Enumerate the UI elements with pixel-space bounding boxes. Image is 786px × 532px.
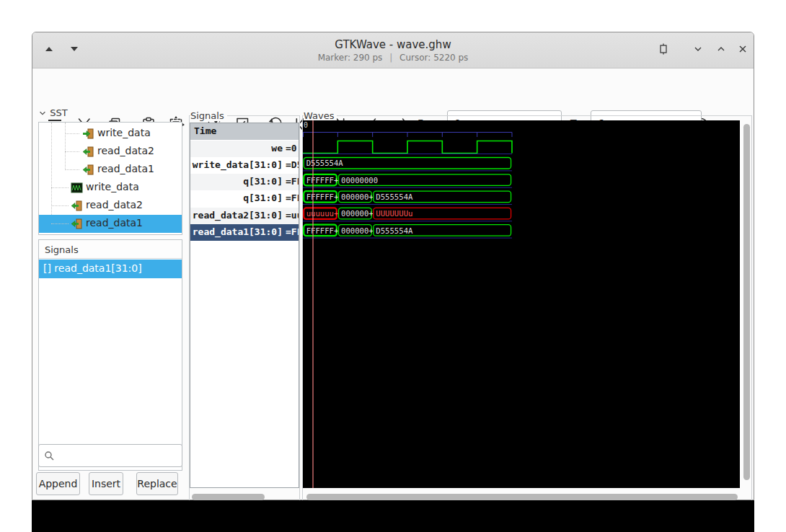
desktop-background	[32, 500, 754, 532]
tree-guide-stub	[51, 205, 69, 206]
waves-vscrollbar[interactable]	[743, 124, 750, 480]
maximize-button[interactable]	[715, 43, 728, 56]
svg-text:FFFFFF+: FFFFFF+	[306, 176, 339, 185]
search-input[interactable]	[58, 445, 180, 466]
svg-text:D555554A: D555554A	[376, 226, 413, 235]
marker-status: Marker: 290 ps	[318, 53, 383, 63]
signal-value: =uuuuuuuu	[286, 208, 299, 224]
signal-search-panel: Signals [] read_data1[31:0]	[38, 239, 182, 471]
tree-guide-stub	[51, 223, 69, 224]
insert-button[interactable]: Insert	[89, 472, 123, 495]
signal-row-write_data[31:0][interactable]: write_data[31:0]=D555554A	[190, 157, 299, 174]
svg-text:FFFFFF+: FFFFFF+	[306, 226, 339, 235]
search-icon	[44, 451, 55, 461]
sst-item-write_data[interactable]: write_data	[39, 179, 182, 197]
toolbar: From: To:	[32, 68, 754, 107]
signal-row-read_data1[31:0][interactable]: read_data1[31:0]=FFFFFFFF	[190, 224, 299, 241]
port-out-icon	[82, 164, 94, 176]
gtkwave-window: GTKWave - wave.ghw Marker: 290 ps | Curs…	[32, 32, 754, 500]
wave-canvas[interactable]: 0D555554AFFFFFF+00000000FFFFFF+000000+D5…	[303, 120, 740, 488]
sst-item-write_data[interactable]: write_data	[39, 125, 182, 143]
svg-text:D555554A: D555554A	[376, 192, 413, 201]
signals-hscrollbar[interactable]	[192, 494, 265, 500]
signal-name: we	[190, 141, 283, 157]
chevron-up-icon	[715, 43, 727, 55]
signal-row-read_data2[31:0][interactable]: read_data2[31:0]=uuuuuuuu	[190, 208, 299, 224]
waves-hscrollbar[interactable]	[306, 494, 738, 500]
tree-guide-stub	[65, 169, 79, 170]
sst-item-read_data2[interactable]: read_data2	[39, 197, 182, 215]
close-icon	[737, 43, 749, 55]
sst-item-read_data1[interactable]: read_data1	[39, 215, 182, 233]
signal-name: read_data1[31:0]	[190, 224, 283, 241]
svg-text:000000+: 000000+	[341, 226, 374, 235]
time-header[interactable]: Time	[190, 123, 299, 140]
port-out-icon	[82, 146, 94, 158]
svg-text:000000+: 000000+	[341, 209, 374, 218]
chevron-expand-icon	[38, 109, 47, 118]
port-out-icon	[71, 218, 83, 230]
waves-frame-label: Waves	[304, 110, 337, 121]
signal-search-box	[38, 444, 182, 467]
signal-icon	[71, 182, 83, 194]
sst-label: SST	[50, 107, 67, 118]
svg-text:uuuuuu+: uuuuuu+	[306, 209, 339, 218]
replace-button[interactable]: Replace	[136, 472, 178, 495]
svg-text:0: 0	[304, 121, 308, 129]
sst-item-read_data1[interactable]: read_data1	[39, 161, 182, 179]
chevron-down-icon	[692, 43, 704, 55]
port-in-icon	[82, 128, 94, 140]
signals-frame-label: Signals	[190, 110, 227, 121]
signal-value: =D555554A	[286, 157, 299, 174]
sst-section-header[interactable]: SST	[38, 107, 68, 118]
tree-guide-stub	[51, 187, 69, 188]
sst-item-read_data2[interactable]: read_data2	[39, 143, 182, 161]
close-button[interactable]	[736, 43, 749, 56]
tree-guide-stub	[65, 133, 79, 134]
sst-item-label: write_data	[97, 127, 151, 138]
signal-row-q[31:0][interactable]: q[31:0]=FFFFFFFF	[190, 174, 299, 190]
sst-item-label: read_data2	[97, 145, 154, 156]
signal-value: =FFFFFFFF	[286, 174, 299, 190]
append-button[interactable]: Append	[36, 472, 80, 495]
window-title: GTKWave - wave.ghw	[32, 38, 754, 51]
sst-item-label: read_data1	[97, 163, 154, 174]
keep-above-icon	[658, 43, 669, 55]
signal-name: write_data[31:0]	[190, 157, 283, 174]
signal-name: q[31:0]	[190, 174, 283, 190]
svg-text:00000000: 00000000	[341, 176, 378, 185]
signal-row-we[interactable]: we=0	[190, 141, 299, 157]
signal-name: q[31:0]	[190, 190, 283, 207]
sst-item-label: read_data1	[86, 217, 143, 229]
signal-name-panel[interactable]: Time we=0write_data[31:0]=D555554Aq[31:0…	[190, 123, 299, 488]
svg-text:UUUUUUUu: UUUUUUUu	[376, 209, 412, 218]
signal-name: read_data2[31:0]	[190, 208, 283, 224]
sst-item-label: write_data	[86, 181, 139, 192]
minimize-button[interactable]	[692, 43, 705, 56]
tree-guide-stub	[65, 151, 79, 152]
svg-text:D555554A: D555554A	[306, 159, 344, 167]
signal-value: =0	[286, 141, 297, 157]
status-separator: |	[389, 53, 392, 63]
signal-row-q[31:0][interactable]: q[31:0]=FFFFFFFF	[190, 190, 299, 207]
svg-text:000000+: 000000+	[341, 192, 374, 201]
titlebar[interactable]: GTKWave - wave.ghw Marker: 290 ps | Curs…	[32, 32, 754, 68]
keep-above-button[interactable]	[657, 43, 670, 56]
signal-search-selected-item[interactable]: [] read_data1[31:0]	[39, 260, 182, 278]
cursor-status: Cursor: 5220 ps	[399, 53, 468, 63]
port-out-icon	[71, 200, 83, 212]
signal-search-header: Signals	[39, 240, 182, 259]
svg-text:FFFFFF+: FFFFFF+	[306, 192, 339, 201]
sst-item-label: read_data2	[86, 199, 143, 210]
sst-tree[interactable]: write_dataread_data2read_data1write_data…	[38, 122, 182, 235]
signal-value: =FFFFFFFF	[286, 190, 299, 207]
marker-cursor-status: Marker: 290 ps | Cursor: 5220 ps	[32, 53, 754, 63]
signal-value: =FFFFFFFF	[286, 224, 299, 241]
